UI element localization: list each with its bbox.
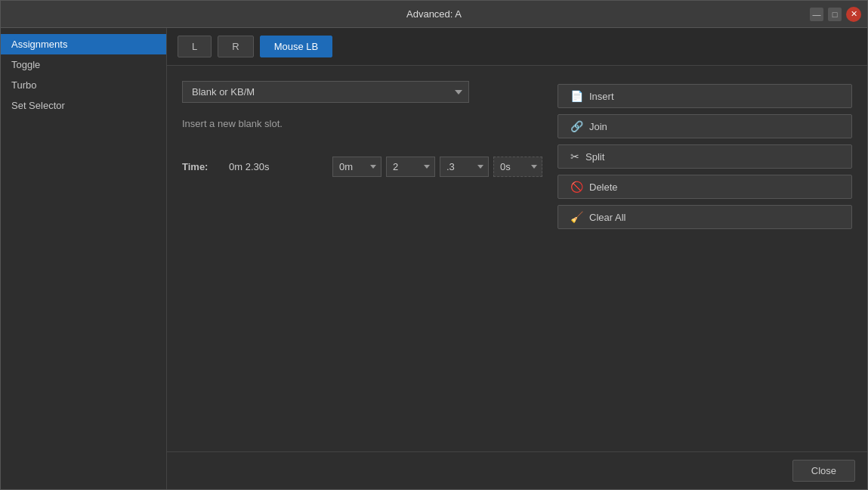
join-icon bbox=[570, 120, 583, 132]
sidebar: Assignments Toggle Turbo Set Selector bbox=[1, 28, 167, 489]
time-value: 0m 2.30s bbox=[229, 161, 289, 172]
join-button[interactable]: Join bbox=[558, 114, 852, 138]
delete-button[interactable]: Delete bbox=[558, 175, 852, 199]
time-row: Time: 0m 2.30s 0m 1m 2m 0 1 2 bbox=[182, 157, 542, 177]
time-extra-dropdown[interactable]: 0s 1s 2s bbox=[493, 157, 542, 177]
insert-button[interactable]: Insert bbox=[558, 84, 852, 108]
tabs-area: L R Mouse LB bbox=[167, 28, 867, 66]
split-icon bbox=[570, 150, 579, 163]
tab-l[interactable]: L bbox=[178, 36, 212, 57]
assignment-dropdown[interactable]: Blank or KB/M Keyboard Mouse bbox=[182, 81, 469, 103]
left-section: Blank or KB/M Keyboard Mouse Insert a ne… bbox=[182, 81, 542, 436]
main-window: Advanced: A — □ ✕ Assignments Toggle Tur… bbox=[0, 0, 868, 490]
time-seconds-int-dropdown[interactable]: 0 1 2 3 bbox=[386, 157, 435, 177]
hint-text: Insert a new blank slot. bbox=[182, 118, 542, 129]
close-button[interactable]: Close bbox=[792, 460, 855, 482]
sidebar-item-assignments[interactable]: Assignments bbox=[1, 34, 166, 54]
delete-icon bbox=[570, 181, 583, 193]
tab-r[interactable]: R bbox=[218, 36, 253, 57]
main-panel: L R Mouse LB Blank or KB/M Keyboard Mous… bbox=[167, 28, 867, 489]
right-section: Insert Join Split Delete bbox=[558, 81, 852, 436]
window-title: Advanced: A bbox=[406, 8, 462, 20]
content-area: Assignments Toggle Turbo Set Selector L … bbox=[1, 28, 867, 489]
minimize-button[interactable]: — bbox=[810, 8, 823, 21]
titlebar: Advanced: A — □ ✕ bbox=[1, 1, 867, 28]
action-panel: Blank or KB/M Keyboard Mouse Insert a ne… bbox=[167, 66, 867, 451]
time-dropdowns: 0m 1m 2m 0 1 2 3 .0 bbox=[332, 157, 542, 177]
close-window-button[interactable]: ✕ bbox=[846, 7, 861, 22]
sidebar-item-turbo[interactable]: Turbo bbox=[1, 75, 166, 95]
maximize-button[interactable]: □ bbox=[828, 8, 842, 21]
time-seconds-dec-dropdown[interactable]: .0 .1 .2 .3 bbox=[440, 157, 489, 177]
clear-all-icon bbox=[570, 211, 583, 223]
dropdown-row: Blank or KB/M Keyboard Mouse bbox=[182, 81, 542, 103]
tab-mouse-lb[interactable]: Mouse LB bbox=[260, 36, 333, 57]
sidebar-item-toggle[interactable]: Toggle bbox=[1, 54, 166, 75]
time-minutes-dropdown[interactable]: 0m 1m 2m bbox=[332, 157, 381, 177]
insert-icon bbox=[570, 90, 583, 102]
bottom-bar: Close bbox=[167, 451, 867, 489]
time-label: Time: bbox=[182, 161, 220, 172]
window-controls: — □ ✕ bbox=[810, 7, 861, 22]
sidebar-item-set-selector[interactable]: Set Selector bbox=[1, 95, 166, 116]
clear-all-button[interactable]: Clear All bbox=[558, 205, 852, 229]
split-button[interactable]: Split bbox=[558, 144, 852, 169]
